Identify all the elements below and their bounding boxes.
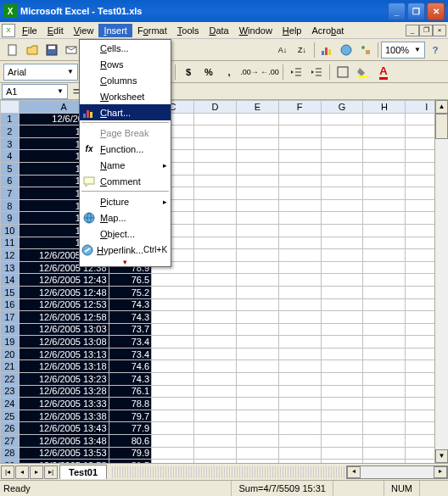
cell[interactable] bbox=[194, 187, 237, 200]
row-header[interactable]: 21 bbox=[1, 360, 20, 373]
close-button[interactable]: ✕ bbox=[427, 3, 445, 20]
cell[interactable]: 79.9 bbox=[109, 447, 152, 460]
save-button[interactable] bbox=[42, 41, 61, 59]
cell[interactable] bbox=[152, 460, 194, 463]
new-button[interactable] bbox=[3, 41, 22, 59]
cell[interactable] bbox=[321, 150, 363, 163]
horizontal-scrollbar[interactable]: ◂ ▸ bbox=[346, 465, 448, 479]
cell[interactable] bbox=[194, 323, 237, 336]
drawing-button[interactable] bbox=[356, 41, 375, 59]
borders-button[interactable] bbox=[333, 63, 352, 81]
cell[interactable] bbox=[194, 410, 237, 422]
increase-indent-button[interactable] bbox=[307, 63, 326, 81]
open-button[interactable] bbox=[23, 41, 42, 59]
cell[interactable]: 12/6/2005 13:38 bbox=[19, 410, 109, 422]
cell[interactable] bbox=[363, 348, 406, 360]
cell[interactable] bbox=[278, 336, 321, 348]
scroll-down-button[interactable]: ▼ bbox=[435, 449, 448, 463]
cell[interactable] bbox=[321, 360, 363, 373]
cell[interactable] bbox=[236, 435, 278, 448]
cell[interactable] bbox=[278, 373, 321, 386]
cell[interactable] bbox=[278, 175, 321, 187]
maximize-button[interactable]: ❐ bbox=[407, 3, 425, 20]
menu-item-object[interactable]: Object... bbox=[80, 226, 171, 242]
row-header[interactable]: 8 bbox=[1, 199, 20, 212]
cell[interactable]: 78.8 bbox=[109, 398, 152, 410]
scroll-thumb[interactable] bbox=[435, 114, 448, 139]
cell[interactable] bbox=[321, 336, 363, 348]
cell[interactable]: 12/6/2005 13:23 bbox=[19, 373, 109, 386]
cell[interactable]: 76.5 bbox=[109, 274, 152, 287]
row-header[interactable]: 2 bbox=[1, 125, 20, 138]
cell[interactable] bbox=[321, 249, 363, 262]
cell[interactable] bbox=[363, 360, 406, 373]
row-header[interactable]: 25 bbox=[1, 410, 20, 422]
cell[interactable] bbox=[321, 261, 363, 274]
cell[interactable] bbox=[236, 274, 278, 287]
col-header-D[interactable]: D bbox=[194, 101, 237, 114]
cell[interactable] bbox=[321, 125, 363, 138]
cell[interactable] bbox=[278, 422, 321, 435]
cell[interactable] bbox=[363, 212, 406, 225]
cell[interactable] bbox=[194, 398, 237, 410]
cell[interactable]: 73.7 bbox=[109, 323, 152, 336]
cell[interactable] bbox=[236, 286, 278, 298]
cell[interactable] bbox=[194, 336, 237, 348]
cell[interactable] bbox=[321, 212, 363, 225]
cell[interactable]: 75.2 bbox=[109, 286, 152, 298]
cell[interactable] bbox=[236, 187, 278, 200]
cell[interactable] bbox=[278, 348, 321, 360]
cell[interactable] bbox=[321, 286, 363, 298]
menu-item-name[interactable]: Name▸ bbox=[80, 157, 171, 173]
row-header[interactable]: 11 bbox=[1, 237, 20, 249]
minimize-button[interactable]: _ bbox=[388, 3, 406, 20]
cell[interactable] bbox=[363, 298, 406, 311]
cell[interactable] bbox=[278, 113, 321, 125]
scroll-right-button[interactable]: ▸ bbox=[434, 466, 447, 478]
cell[interactable] bbox=[278, 261, 321, 274]
row-header[interactable]: 5 bbox=[1, 162, 20, 175]
cell[interactable] bbox=[278, 385, 321, 398]
cell[interactable] bbox=[152, 286, 194, 298]
cell[interactable] bbox=[152, 360, 194, 373]
cell[interactable]: 12/6/2005 13:33 bbox=[19, 398, 109, 410]
cell[interactable] bbox=[152, 298, 194, 311]
row-header[interactable]: 9 bbox=[1, 212, 20, 225]
cell[interactable]: 12/6/2005 13:43 bbox=[19, 422, 109, 435]
cell[interactable] bbox=[152, 274, 194, 287]
cell[interactable] bbox=[236, 212, 278, 225]
cell[interactable] bbox=[321, 311, 363, 324]
cell[interactable]: 79.7 bbox=[109, 410, 152, 422]
currency-button[interactable]: $ bbox=[179, 63, 198, 81]
cell[interactable] bbox=[152, 435, 194, 448]
cell[interactable] bbox=[321, 398, 363, 410]
cell[interactable] bbox=[278, 199, 321, 212]
menu-item-rows[interactable]: Rows bbox=[80, 56, 171, 72]
zoom-combo[interactable]: 100%▼ bbox=[381, 42, 425, 59]
cell[interactable] bbox=[194, 298, 237, 311]
cell[interactable]: 76.1 bbox=[109, 385, 152, 398]
cell[interactable] bbox=[278, 224, 321, 237]
menu-insert[interactable]: Insert bbox=[98, 24, 132, 37]
col-header-H[interactable]: H bbox=[363, 101, 406, 114]
col-header-F[interactable]: F bbox=[278, 101, 321, 114]
cell[interactable] bbox=[194, 385, 237, 398]
cell[interactable] bbox=[278, 286, 321, 298]
menu-item-function[interactable]: fxFunction... bbox=[80, 141, 171, 157]
cell[interactable]: 12/6/2005 12:43 bbox=[19, 274, 109, 287]
cell[interactable] bbox=[152, 422, 194, 435]
cell[interactable]: 12/6/2005 13:18 bbox=[19, 360, 109, 373]
scroll-left-button[interactable]: ◂ bbox=[347, 466, 361, 478]
cell[interactable] bbox=[236, 162, 278, 175]
menu-item-picture[interactable]: Picture▸ bbox=[80, 193, 171, 209]
cell[interactable] bbox=[194, 373, 237, 386]
cell[interactable] bbox=[321, 113, 363, 125]
cell[interactable] bbox=[236, 249, 278, 262]
cell[interactable] bbox=[363, 175, 406, 187]
vertical-scrollbar[interactable]: ▲ ▼ bbox=[434, 100, 448, 463]
cell[interactable] bbox=[236, 137, 278, 150]
sheet-tab[interactable]: Test01 bbox=[59, 465, 107, 479]
cell[interactable] bbox=[321, 187, 363, 200]
cell[interactable] bbox=[363, 224, 406, 237]
help-button[interactable]: ? bbox=[426, 41, 445, 59]
